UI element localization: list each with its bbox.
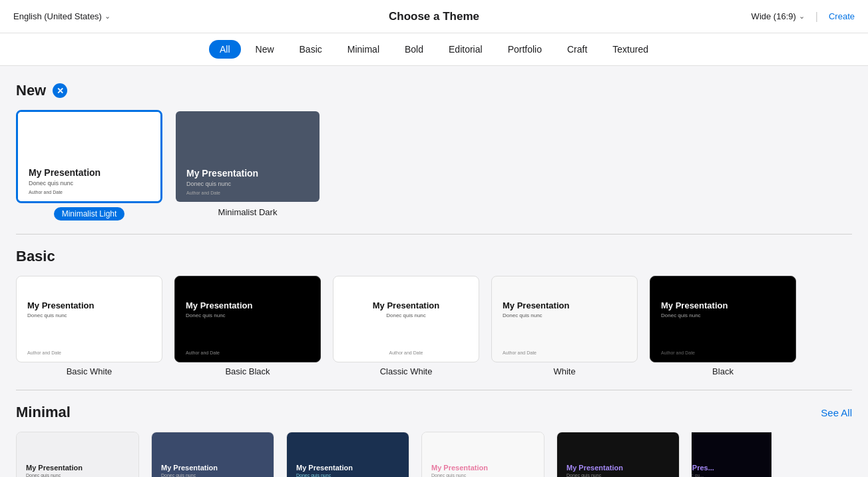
- theme-card-basic-black[interactable]: My Presentation Donec quis nunc Author a…: [174, 276, 321, 376]
- header-right: Wide (16:9) ⌄ | Create: [752, 11, 855, 23]
- classic-white-author: Author and Date: [333, 350, 479, 355]
- classic-white-subtitle: Donec quis nunc: [344, 312, 468, 318]
- minimal-2-title: My Presentation: [161, 464, 264, 472]
- minimal-4-thumb: My Presentation Donec quis nunc: [421, 432, 544, 477]
- basic-section-title: Basic: [16, 248, 55, 265]
- minimal-6-thumb: My Pres... Donec qu...: [692, 432, 771, 477]
- minimalist-dark-author: Author and Date: [186, 191, 220, 195]
- basic-black-subtitle: Donec quis nunc: [186, 312, 310, 318]
- theme-card-minimal-2[interactable]: My Presentation Donec quis nunc: [151, 432, 274, 477]
- page-title: Choose a Theme: [389, 10, 479, 23]
- new-section: New ✕ My Presentation Donec quis nunc Au…: [16, 82, 852, 221]
- minimal-5-subtitle: Donec quis nunc: [566, 473, 670, 478]
- minimal-1-thumb: My Presentation Donec quis nunc: [16, 432, 139, 477]
- minimal-4-subtitle: Donec quis nunc: [431, 473, 535, 478]
- aspect-ratio-label: Wide (16:9): [752, 11, 796, 21]
- header-divider: |: [815, 11, 818, 23]
- theme-card-minimal-4[interactable]: My Presentation Donec quis nunc: [421, 432, 544, 477]
- tab-editorial[interactable]: Editorial: [438, 40, 493, 59]
- theme-card-minimalist-dark[interactable]: My Presentation Donec quis nunc Author a…: [174, 110, 321, 221]
- new-section-title-row: New ✕: [16, 82, 67, 99]
- main-content: New ✕ My Presentation Donec quis nunc Au…: [0, 66, 868, 477]
- minimal-1-title: My Presentation: [26, 464, 129, 472]
- minimalist-light-thumb: My Presentation Donec quis nunc Author a…: [16, 110, 162, 203]
- minimal-4-title: My Presentation: [431, 464, 535, 472]
- minimal-6-subtitle: Donec qu...: [692, 473, 771, 478]
- basic-section-header: Basic: [16, 248, 852, 265]
- basic-white-thumb: My Presentation Donec quis nunc Author a…: [16, 276, 162, 362]
- minimalist-light-thumb-inner: My Presentation Donec quis nunc Author a…: [18, 112, 160, 201]
- minimal-6-thumb-inner: My Pres... Donec qu...: [692, 432, 771, 477]
- new-section-title: New: [16, 82, 46, 99]
- tab-all[interactable]: All: [209, 40, 241, 59]
- minimal-3-title: My Presentation: [296, 464, 399, 472]
- minimal-theme-grid: My Presentation Donec quis nunc My Prese…: [16, 432, 852, 477]
- black-title: My Presentation: [661, 300, 785, 310]
- theme-card-black[interactable]: My Presentation Donec quis nunc Author a…: [650, 276, 796, 376]
- aspect-ratio-selector[interactable]: Wide (16:9) ⌄: [752, 11, 805, 21]
- minimal-5-thumb-inner: My Presentation Donec quis nunc: [557, 432, 679, 477]
- minimalist-dark-thumb: My Presentation Donec quis nunc Author a…: [174, 110, 321, 203]
- basic-minimal-divider: [16, 390, 852, 390]
- white-thumb: My Presentation Donec quis nunc Author a…: [491, 276, 638, 362]
- tab-textured[interactable]: Textured: [602, 40, 659, 59]
- theme-card-white[interactable]: My Presentation Donec quis nunc Author a…: [491, 276, 638, 376]
- theme-card-minimal-5[interactable]: My Presentation Donec quis nunc: [556, 432, 680, 477]
- minimal-2-thumb-inner: My Presentation Donec quis nunc: [152, 432, 274, 477]
- white-subtitle: Donec quis nunc: [503, 312, 626, 318]
- new-section-close-button[interactable]: ✕: [53, 83, 67, 98]
- theme-card-basic-white[interactable]: My Presentation Donec quis nunc Author a…: [16, 276, 162, 376]
- theme-card-minimal-6[interactable]: My Pres... Donec qu...: [692, 432, 771, 477]
- minimal-6-title: My Pres...: [692, 464, 771, 472]
- language-chevron-icon: ⌄: [105, 12, 110, 21]
- language-selector[interactable]: English (United States) ⌄: [13, 11, 110, 21]
- tab-craft[interactable]: Craft: [556, 40, 598, 59]
- tab-portfolio[interactable]: Portfolio: [497, 40, 552, 59]
- white-title: My Presentation: [503, 300, 626, 310]
- classic-white-title: My Presentation: [344, 300, 468, 310]
- aspect-ratio-chevron-icon: ⌄: [799, 12, 805, 21]
- new-section-header: New ✕: [16, 82, 852, 99]
- new-basic-divider: [16, 234, 852, 235]
- tab-new[interactable]: New: [245, 40, 285, 59]
- new-theme-grid: My Presentation Donec quis nunc Author a…: [16, 110, 852, 221]
- minimalist-dark-title: My Presentation: [186, 168, 309, 179]
- classic-white-thumb: My Presentation Donec quis nunc Author a…: [333, 276, 479, 362]
- basic-black-thumb: My Presentation Donec quis nunc Author a…: [174, 276, 321, 362]
- minimal-4-thumb-inner: My Presentation Donec quis nunc: [422, 432, 544, 477]
- minimalist-light-title: My Presentation: [29, 167, 150, 178]
- white-label: White: [553, 366, 575, 376]
- basic-black-author: Author and Date: [186, 350, 220, 355]
- theme-card-minimal-1[interactable]: My Presentation Donec quis nunc: [16, 432, 139, 477]
- theme-card-minimalist-light[interactable]: My Presentation Donec quis nunc Author a…: [16, 110, 162, 221]
- theme-card-classic-white[interactable]: My Presentation Donec quis nunc Author a…: [333, 276, 479, 376]
- basic-theme-grid: My Presentation Donec quis nunc Author a…: [16, 276, 852, 376]
- minimal-5-title: My Presentation: [566, 464, 670, 472]
- basic-black-title: My Presentation: [186, 300, 310, 310]
- tab-minimal[interactable]: Minimal: [337, 40, 390, 59]
- basic-black-label: Basic Black: [225, 366, 270, 376]
- minimal-2-thumb: My Presentation Donec quis nunc: [151, 432, 274, 477]
- minimal-5-thumb: My Presentation Donec quis nunc: [556, 432, 680, 477]
- classic-white-label: Classic White: [380, 366, 433, 376]
- theme-card-minimal-3[interactable]: My Presentation Donec quis nunc: [286, 432, 409, 477]
- minimal-1-subtitle: Donec quis nunc: [26, 473, 129, 478]
- minimalist-light-subtitle: Donec quis nunc: [29, 180, 150, 187]
- basic-white-subtitle: Donec quis nunc: [27, 312, 151, 318]
- language-label: English (United States): [13, 11, 102, 21]
- create-button[interactable]: Create: [829, 11, 855, 21]
- minimalist-light-author: Author and Date: [29, 190, 63, 195]
- minimal-see-all-link[interactable]: See All: [821, 407, 852, 418]
- basic-white-title: My Presentation: [27, 300, 151, 310]
- minimalist-light-selected-badge: Minimalist Light: [54, 207, 125, 221]
- minimalist-light-label-row: Minimalist Light: [54, 207, 125, 221]
- basic-white-author: Author and Date: [27, 350, 61, 355]
- black-label: Black: [712, 366, 734, 376]
- black-subtitle: Donec quis nunc: [661, 312, 785, 318]
- minimal-3-thumb: My Presentation Donec quis nunc: [286, 432, 409, 477]
- white-author: Author and Date: [503, 350, 537, 355]
- tab-bold[interactable]: Bold: [394, 40, 434, 59]
- minimal-section-title: Minimal: [16, 404, 71, 421]
- tab-basic[interactable]: Basic: [289, 40, 333, 59]
- minimal-3-subtitle: Donec quis nunc: [296, 473, 399, 478]
